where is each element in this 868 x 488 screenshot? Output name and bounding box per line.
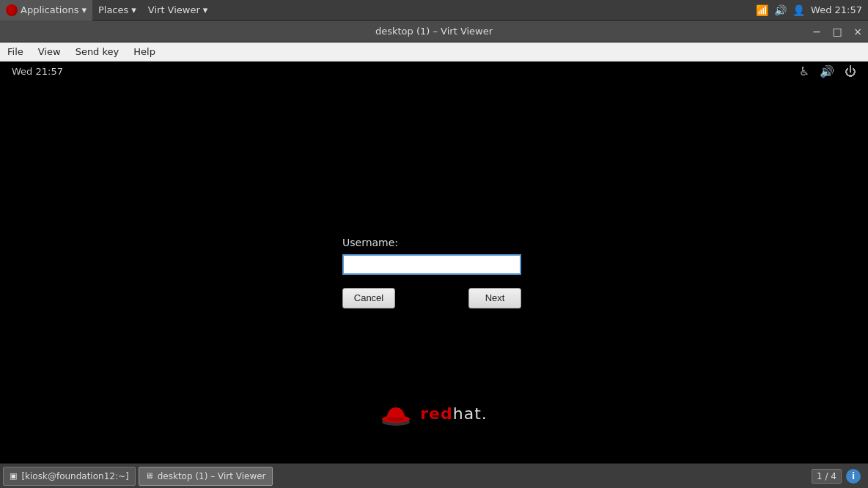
applications-label: Applications <box>21 4 78 15</box>
redhat-logo: redhat. <box>380 400 488 426</box>
user-icon: 👤 <box>792 4 805 16</box>
system-time: Wed 21:57 <box>811 4 862 15</box>
minimize-button[interactable]: − <box>806 21 827 42</box>
redhat-brand: red <box>420 404 453 423</box>
redhat-icon <box>6 4 18 16</box>
terminal-icon: ▣ <box>10 471 17 481</box>
vm-accessibility-icon: ♿ <box>799 64 809 78</box>
send-key-label: Send key <box>76 46 119 57</box>
page-indicator: 1 / 4 <box>812 469 842 484</box>
taskbar: ▣ [kiosk@foundation12:~] 🖥 desktop (1) –… <box>0 463 868 488</box>
sound-icon: 🔊 <box>774 4 787 16</box>
username-label: Username: <box>342 237 398 248</box>
window-title: desktop (1) – Virt Viewer <box>375 26 493 37</box>
redhat-hat-svg <box>380 400 411 426</box>
vm-time: Wed 21:57 <box>12 66 63 77</box>
menu-bar: File View Send key Help <box>0 42 868 62</box>
virt-viewer-taskbar-label: desktop (1) – Virt Viewer <box>158 471 266 481</box>
virt-viewer-taskbar-icon: 🖥 <box>145 471 153 481</box>
taskbar-right: 1 / 4 i <box>812 469 865 484</box>
taskbar-virt-viewer[interactable]: 🖥 desktop (1) – Virt Viewer <box>139 467 273 486</box>
view-menu[interactable]: View <box>31 42 68 62</box>
close-button[interactable]: × <box>847 21 868 42</box>
view-label: View <box>38 46 61 57</box>
button-row: Cancel Next <box>342 288 521 308</box>
title-bar: desktop (1) – Virt Viewer − □ × <box>0 21 868 42</box>
send-key-menu[interactable]: Send key <box>68 42 127 62</box>
vm-sound-icon: 🔊 <box>820 64 834 78</box>
redhat-text: redhat. <box>420 404 488 423</box>
vm-power-icon: ⏻ <box>845 64 856 78</box>
places-chevron-icon: ▾ <box>131 4 136 15</box>
apps-chevron-icon: ▾ <box>81 4 87 15</box>
file-label: File <box>7 46 23 57</box>
applications-menu[interactable]: Applications ▾ <box>0 0 92 21</box>
window-controls: − □ × <box>806 21 868 42</box>
login-box: Username: Cancel Next <box>342 237 526 308</box>
terminal-label: [kiosk@foundation12:~] <box>21 471 128 481</box>
virt-chevron-icon: ▾ <box>203 4 208 15</box>
vm-viewport: Wed 21:57 ♿ 🔊 ⏻ Username: Cancel Next <box>0 62 868 463</box>
maximize-button[interactable]: □ <box>827 21 847 42</box>
virt-viewer-label: Virt Viewer <box>148 4 200 15</box>
file-menu[interactable]: File <box>0 42 31 62</box>
next-button[interactable]: Next <box>468 288 521 308</box>
cancel-button[interactable]: Cancel <box>342 288 395 308</box>
taskbar-terminal[interactable]: ▣ [kiosk@foundation12:~] <box>3 467 136 486</box>
svg-point-2 <box>387 417 405 421</box>
places-menu[interactable]: Places ▾ <box>92 0 142 21</box>
vm-top-bar: Wed 21:57 ♿ 🔊 ⏻ <box>0 62 868 81</box>
username-input[interactable] <box>342 254 521 275</box>
info-button[interactable]: i <box>846 469 861 484</box>
wifi-icon: 📶 <box>756 4 768 16</box>
virt-viewer-menu[interactable]: Virt Viewer ▾ <box>142 0 214 21</box>
help-menu[interactable]: Help <box>126 42 163 62</box>
places-label: Places <box>98 4 128 15</box>
system-bar: Applications ▾ Places ▾ Virt Viewer ▾ 📶 … <box>0 0 868 21</box>
help-label: Help <box>133 46 155 57</box>
